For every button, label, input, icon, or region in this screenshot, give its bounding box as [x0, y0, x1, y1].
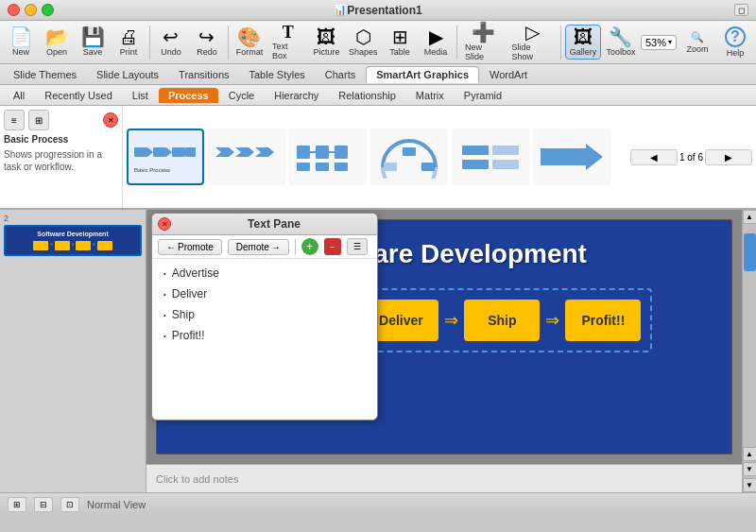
toolbar-media[interactable]: ▶ Media — [419, 26, 453, 59]
next-page-btn[interactable]: ▶ — [705, 149, 752, 165]
text-pane-item-4: • Profit!! — [163, 329, 366, 342]
shape-box-process[interactable] — [289, 129, 367, 185]
maximize-button[interactable] — [42, 4, 54, 16]
toolbar-redo[interactable]: ↪ Redo — [190, 26, 224, 59]
svg-marker-8 — [215, 147, 234, 157]
shape-circular-process[interactable] — [370, 129, 448, 185]
svg-rect-11 — [297, 146, 310, 159]
normal-view-btn[interactable]: ⊞ — [8, 497, 26, 512]
print-icon: 🖨 — [119, 27, 138, 46]
sa-tab-all[interactable]: All — [4, 88, 34, 103]
toolbar-picture[interactable]: 🖼 Picture — [309, 26, 343, 59]
shape-opposing-arrows[interactable] — [452, 129, 529, 185]
toolbar-open[interactable]: 📂 Open — [40, 26, 74, 59]
prev-page-btn[interactable]: ◀ — [630, 149, 678, 165]
text-pane-close-btn[interactable]: ✕ — [158, 217, 171, 231]
scroll-up-btn[interactable]: ▲ — [743, 210, 757, 224]
toolbar-newslide[interactable]: ➕ New Slide — [461, 21, 506, 63]
shape-big-arrow[interactable] — [533, 129, 610, 185]
toolbar-slideshow[interactable]: ▷ Slide Show — [507, 21, 557, 63]
slide-sorter-btn[interactable]: ⊡ — [60, 497, 79, 512]
smartart-tab-bar: All Recently Used List Process Cycle Hie… — [0, 85, 756, 106]
svg-marker-10 — [255, 147, 274, 157]
toolbar-help[interactable]: ? Help — [718, 25, 752, 60]
toolbox-icon: 🔧 — [609, 27, 632, 46]
process-box-ship[interactable]: Ship — [464, 300, 540, 341]
process-box-profit[interactable]: Profit!! — [565, 300, 641, 341]
tab-transitions[interactable]: Transitions — [169, 67, 238, 82]
grid-view-btn[interactable]: ⊞ — [28, 110, 49, 130]
format-icon: 🎨 — [237, 27, 261, 46]
scroll-down-btn[interactable]: ▼ — [743, 478, 757, 492]
zoom-control[interactable]: 53% ▾ — [641, 35, 677, 50]
zoom-value: 53% — [645, 37, 666, 48]
svg-rect-21 — [384, 163, 397, 171]
bullet-1: • — [163, 269, 166, 278]
minimize-button[interactable] — [25, 4, 37, 16]
sa-tab-relationship[interactable]: Relationship — [329, 88, 405, 103]
main-content-area: 2 Software Development › › › Software De… — [0, 210, 756, 492]
svg-rect-25 — [492, 160, 519, 169]
svg-rect-0 — [134, 147, 147, 157]
promote-btn[interactable]: ← Promote — [158, 239, 222, 255]
demote-btn[interactable]: Demote → — [228, 239, 289, 255]
process-arrow-3: ⇒ — [545, 310, 559, 331]
sep-3 — [456, 26, 457, 60]
notes-bar[interactable]: Click to add notes — [146, 464, 742, 492]
add-item-btn[interactable]: + — [301, 238, 318, 255]
remove-item-btn[interactable]: − — [324, 238, 341, 255]
toolbar-toolbox[interactable]: 🔧 Toolbox — [603, 26, 639, 59]
list-view-btn[interactable]: ≡ — [4, 110, 25, 130]
text-pane-item-3: • Ship — [163, 308, 366, 321]
close-button[interactable] — [8, 4, 20, 16]
tab-wordart[interactable]: WordArt — [480, 67, 537, 82]
toolbar-shapes[interactable]: ⬡ Shapes — [345, 26, 381, 59]
toolbar-table[interactable]: ⊞ Table — [383, 26, 417, 59]
scroll-up-small[interactable]: ▲ — [743, 447, 757, 461]
toolbar-save[interactable]: 💾 Save — [76, 26, 110, 59]
shape-chevron-process[interactable] — [208, 129, 285, 185]
sa-tab-process[interactable]: Process — [159, 88, 218, 103]
tab-slide-themes[interactable]: Slide Themes — [4, 67, 86, 82]
svg-rect-24 — [492, 146, 519, 155]
toolbar-format[interactable]: 🎨 Format — [232, 26, 266, 59]
mini-box-4 — [97, 241, 112, 250]
pane-menu-btn[interactable]: ☰ — [347, 238, 368, 255]
toolbar-gallery[interactable]: 🖼 Gallery — [565, 25, 601, 60]
tab-charts[interactable]: Charts — [316, 67, 365, 82]
category-description: Shows progression in a task or workflow. — [4, 148, 118, 173]
scroll-thumb[interactable] — [744, 233, 756, 271]
toolbar-textbox[interactable]: T Text Box — [268, 22, 308, 62]
redo-icon: ↪ — [198, 27, 215, 46]
text-pane-header: ✕ Text Pane — [152, 214, 377, 235]
sa-tab-hierarchy[interactable]: Hierarchy — [265, 88, 328, 103]
shapes-icon: ⬡ — [355, 27, 371, 46]
outline-view-btn[interactable]: ⊟ — [34, 497, 53, 512]
shape-basic-process[interactable]: Basic Process — [127, 129, 204, 185]
ribbon-close-btn[interactable]: ✕ — [103, 112, 118, 128]
category-label: Basic Process — [4, 134, 118, 145]
sa-tab-list[interactable]: List — [123, 88, 158, 103]
tab-smartart-graphics[interactable]: SmartArt Graphics — [366, 66, 479, 83]
toolbar-new[interactable]: 📄 New — [4, 26, 38, 59]
sa-tab-pyramid[interactable]: Pyramid — [455, 88, 511, 103]
resize-button[interactable]: ◻ — [734, 4, 748, 16]
scroll-down-small[interactable]: ▼ — [743, 462, 757, 476]
toolbar-zoom[interactable]: 🔍 Zoom — [680, 29, 714, 56]
tab-table-styles[interactable]: Table Styles — [240, 67, 315, 82]
slide-mini-flow: › › › — [9, 241, 136, 250]
toolbar-print[interactable]: 🖨 Print — [112, 26, 146, 59]
toolbar-undo[interactable]: ↩ Undo — [154, 26, 188, 59]
sa-tab-cycle[interactable]: Cycle — [219, 88, 265, 103]
box-process-svg — [295, 136, 361, 179]
sa-tab-recently-used[interactable]: Recently Used — [35, 88, 122, 103]
right-scrollbar[interactable]: ▲ ▲ ▼ ▼ — [742, 210, 756, 492]
bullet-4: • — [163, 332, 166, 340]
circular-process-svg — [376, 136, 442, 179]
chevron-process-svg — [214, 136, 280, 179]
mini-arrow-1: › — [50, 241, 52, 250]
sa-tab-matrix[interactable]: Matrix — [406, 88, 454, 103]
slide-thumbnail[interactable]: Software Development › › › — [4, 225, 142, 256]
scroll-track — [743, 224, 756, 445]
tab-slide-layouts[interactable]: Slide Layouts — [87, 67, 168, 82]
